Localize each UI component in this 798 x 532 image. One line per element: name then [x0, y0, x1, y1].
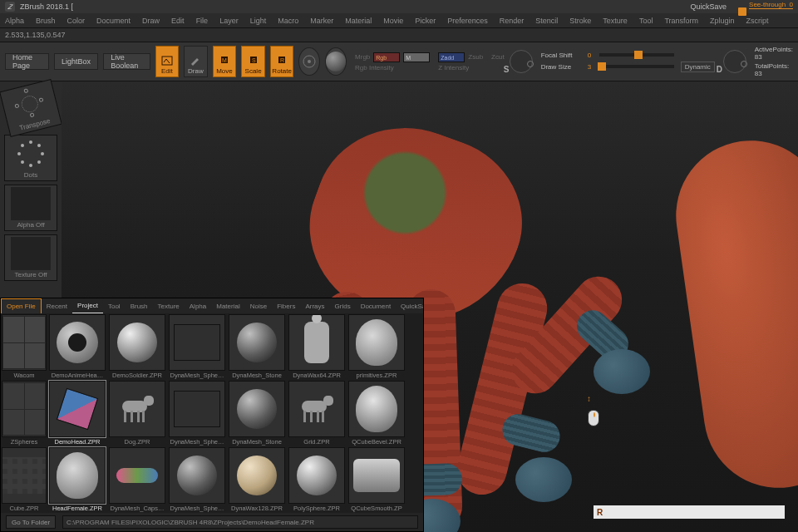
zsub-toggle[interactable]: Zsub: [468, 53, 483, 61]
rotate-mode-button[interactable]: R Rotate: [270, 46, 294, 77]
stroke-dots[interactable]: Dots: [4, 135, 57, 181]
project-thumb[interactable]: ZSpheres: [1, 380, 47, 446]
thumb-label: ZSpheres: [2, 437, 47, 446]
project-thumb[interactable]: DynaMesh_Sphe…: [167, 446, 227, 513]
s-dial[interactable]: S: [510, 50, 533, 73]
project-thumb[interactable]: DynaMesh_Sphe…: [167, 313, 227, 380]
go-to-folder-button[interactable]: Go To Folder: [6, 515, 56, 529]
lightbox-tab-material[interactable]: Material: [211, 298, 244, 313]
project-thumb[interactable]: PolySphere.ZPR: [287, 446, 347, 513]
project-thumb[interactable]: QCubeSmooth.ZP: [347, 446, 406, 513]
lightbox-tab-fibers[interactable]: Fibers: [272, 298, 300, 313]
m-toggle[interactable]: M: [403, 52, 430, 62]
menu-stroke[interactable]: Stroke: [569, 17, 591, 25]
menu-alpha[interactable]: Alpha: [5, 17, 24, 25]
menu-brush[interactable]: Brush: [36, 17, 56, 25]
thumb-label: Grid.ZPR: [288, 437, 345, 446]
project-thumb[interactable]: Dog.ZPR: [107, 380, 167, 446]
move-icon: M: [218, 55, 231, 66]
edit-mode-button[interactable]: Edit: [155, 46, 180, 77]
live-boolean-button[interactable]: Live Boolean: [103, 53, 150, 70]
lightbox-tab-project[interactable]: Project: [72, 298, 103, 313]
project-thumb[interactable]: DynaWax64.ZPR: [287, 313, 347, 380]
nav-arrows-icon: ↕: [587, 394, 591, 403]
project-thumb[interactable]: QCubeBevel.ZPR: [347, 380, 406, 446]
path-field[interactable]: C:\PROGRAM FILES\PIXOLOGIC\ZBRUSH 4R8\ZP…: [62, 515, 418, 529]
menu-preferences[interactable]: Preferences: [447, 17, 488, 25]
alpha-slot[interactable]: Alpha Off: [4, 185, 57, 231]
project-thumb[interactable]: DynaMesh_Stone: [227, 380, 287, 446]
menu-edit[interactable]: Edit: [171, 17, 185, 25]
project-thumb[interactable]: Wacom: [1, 313, 47, 380]
menu-macro[interactable]: Macro: [278, 17, 298, 25]
menu-file[interactable]: File: [196, 17, 209, 25]
draw-mode-button[interactable]: Draw: [184, 46, 208, 77]
rgb-toggle[interactable]: Rgb: [373, 52, 400, 62]
scale-mode-button[interactable]: S Scale: [241, 46, 265, 77]
menu-tool[interactable]: Tool: [639, 17, 653, 25]
lightbox-tab-quicksave[interactable]: QuickSave: [396, 298, 423, 313]
project-thumb[interactable]: Cube.ZPR: [1, 446, 47, 513]
lightbox-tab-document[interactable]: Document: [356, 298, 396, 313]
lightbox-tab-texture[interactable]: Texture: [153, 298, 185, 313]
project-thumb[interactable]: DynaMesh_Sphe…: [167, 380, 227, 446]
menu-zplugin[interactable]: Zplugin: [710, 17, 735, 25]
coordinates-readout: 2.533,1.135,0.547: [0, 28, 798, 42]
quicksave-button[interactable]: QuickSave: [690, 2, 727, 11]
thumb-label: DemoSoldier.ZPR: [109, 371, 165, 379]
menu-document[interactable]: Document: [96, 17, 131, 25]
lightbox-tab-open-file[interactable]: Open File: [1, 298, 42, 313]
menu-zscript[interactable]: Zscript: [746, 17, 769, 25]
project-thumb[interactable]: DynaMesh_Stone: [227, 313, 287, 380]
menu-layer[interactable]: Layer: [219, 17, 239, 25]
project-thumb[interactable]: HeadFemale.ZPR: [47, 446, 107, 513]
project-thumb[interactable]: DynaWax128.ZPR: [227, 446, 287, 513]
dots-icon: [17, 140, 44, 167]
project-thumb[interactable]: DemoHead.ZPR: [47, 380, 107, 446]
zcut-toggle[interactable]: Zcut: [491, 53, 505, 61]
project-thumb[interactable]: DemoAnimeHea…: [47, 313, 107, 380]
lightbox-tab-recent[interactable]: Recent: [42, 298, 72, 313]
gizmo-circle-button[interactable]: [298, 47, 320, 76]
draw-size-slider[interactable]: Draw Size 3 Dynamic: [541, 62, 715, 72]
lightbox-tab-tool[interactable]: Tool: [103, 298, 126, 313]
project-thumb[interactable]: DemoSoldier.ZPR: [107, 313, 167, 380]
home-page-button[interactable]: Home Page: [5, 53, 49, 70]
rotate-icon: R: [275, 55, 288, 66]
menu-render[interactable]: Render: [500, 17, 525, 25]
move-mode-button[interactable]: M Move: [213, 46, 237, 77]
mrgb-toggle[interactable]: Mrgb: [355, 53, 370, 61]
focal-shift-slider[interactable]: Focal Shift 0: [541, 52, 715, 59]
texture-slot[interactable]: Texture Off: [4, 234, 57, 281]
menu-color[interactable]: Color: [67, 17, 86, 25]
lightbox-tab-grids[interactable]: Grids: [330, 298, 356, 313]
project-thumb[interactable]: primitives.ZPR: [347, 313, 406, 380]
d-dial[interactable]: D: [723, 50, 746, 73]
menu-texture[interactable]: Texture: [603, 17, 628, 25]
z-mode-cluster: Zadd Zsub Zcut Z Intensity: [438, 52, 504, 71]
see-through-control[interactable]: See-through 0: [741, 1, 793, 13]
sphere-material-button[interactable]: [325, 47, 347, 76]
thumb-label: DynaMesh_Stone: [229, 371, 285, 379]
menu-picker[interactable]: Picker: [415, 17, 436, 25]
thumb-label: Dog.ZPR: [109, 437, 165, 446]
menu-light[interactable]: Light: [250, 17, 267, 25]
project-thumb[interactable]: DynaMesh_Caps…: [107, 446, 167, 513]
project-thumb[interactable]: Grid.ZPR: [287, 380, 347, 446]
lightbox-button[interactable]: LightBox: [54, 53, 98, 70]
menu-material[interactable]: Material: [345, 17, 372, 25]
transpose-tool[interactable]: Transpose: [0, 79, 62, 137]
lightbox-tab-arrays[interactable]: Arrays: [300, 298, 329, 313]
menu-transform[interactable]: Transform: [664, 17, 698, 25]
lightbox-tab-brush[interactable]: Brush: [126, 298, 153, 313]
lightbox-tab-alpha[interactable]: Alpha: [185, 298, 211, 313]
zadd-toggle[interactable]: Zadd: [438, 52, 465, 62]
app-logo-icon: [5, 2, 15, 12]
menu-marker[interactable]: Marker: [310, 17, 333, 25]
dynamic-toggle[interactable]: Dynamic: [681, 62, 715, 72]
menu-draw[interactable]: Draw: [142, 17, 160, 25]
lightbox-tab-noise[interactable]: Noise: [245, 298, 272, 313]
command-input[interactable]: R: [594, 505, 785, 519]
menu-movie[interactable]: Movie: [383, 17, 403, 25]
menu-stencil[interactable]: Stencil: [535, 17, 558, 25]
